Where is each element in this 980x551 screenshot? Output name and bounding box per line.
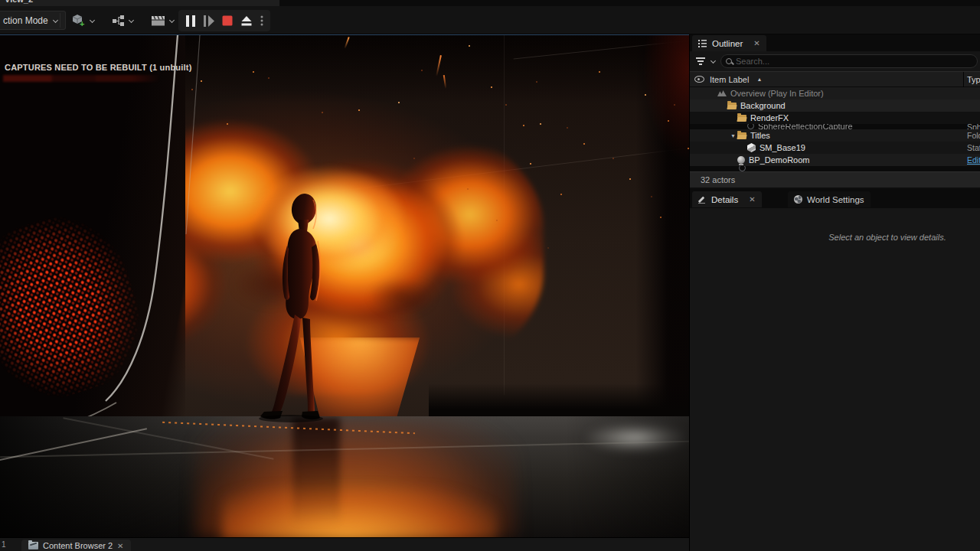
row-type: Sph	[967, 124, 980, 129]
faded-warning-text	[3, 75, 160, 82]
tab-world-settings[interactable]: World Settings	[788, 191, 871, 207]
character-silhouette	[249, 184, 352, 441]
visibility-eye-icon[interactable]	[694, 76, 704, 83]
outliner-row[interactable]: ▾TitlesFolder	[690, 129, 980, 142]
world-settings-tab-label: World Settings	[807, 195, 864, 204]
outliner-row[interactable]: RenderFX	[690, 112, 980, 124]
tab-content-browser[interactable]: Content Browser 2 ✕	[21, 540, 131, 551]
row-type-edit-link[interactable]: Edit	[967, 155, 980, 165]
details-tab-label: Details	[711, 195, 738, 204]
outliner-column-header[interactable]: Item Label ▲ Type	[690, 71, 980, 87]
explosion-smoke-crevice	[360, 272, 444, 321]
blueprint-icon	[737, 156, 745, 164]
details-tabbar: Details ✕ World Settings	[690, 189, 980, 208]
right-wall-red-glow	[643, 35, 689, 204]
blueprints-button[interactable]	[109, 13, 137, 28]
right-dock-panel: Outliner ✕ Item Label ▲ Type Overview (P…	[689, 34, 980, 551]
row-label: Background	[740, 101, 786, 110]
add-actor-button[interactable]: +	[67, 11, 98, 30]
outliner-footer: 32 actors	[690, 171, 980, 187]
column-item-label[interactable]: Item Label	[710, 75, 749, 84]
column-type[interactable]: Type	[967, 75, 980, 84]
level-icon	[717, 90, 727, 96]
unreal-editor-window: View_2 ction Mode +	[0, 0, 980, 551]
level-viewport[interactable]: CAPTURES NEED TO BE REBUILT (1 unbuilt)	[0, 34, 689, 537]
window-titlebar: View_2	[0, 0, 980, 6]
outliner-row[interactable]: Overview (Play In Editor)	[690, 87, 980, 99]
outliner-rows: Overview (Play In Editor)BackgroundRende…	[690, 87, 980, 171]
globe-icon	[794, 195, 802, 204]
expander-arrow-icon[interactable]: ▾	[729, 132, 737, 139]
actor-count-label: 32 actors	[701, 175, 735, 184]
bottom-left-indicator: 1	[2, 540, 6, 549]
row-type: StaticMesh	[967, 143, 980, 152]
column-divider[interactable]	[963, 72, 964, 88]
sort-ascending-icon[interactable]: ▲	[756, 77, 762, 82]
toolbar-divider	[60, 13, 60, 28]
row-label: SM_Base19	[760, 143, 805, 152]
close-icon[interactable]: ✕	[749, 195, 755, 204]
capture-icon	[747, 124, 754, 129]
clapperboard-icon	[151, 15, 166, 27]
outliner-row[interactable]: BP_DemoRoomEdit	[690, 154, 980, 166]
details-empty-message: Select an object to view details.	[786, 233, 980, 242]
chevron-down-icon	[53, 18, 59, 24]
rebuild-warning-text: CAPTURES NEED TO BE REBUILT (1 unbuilt)	[5, 63, 192, 72]
outliner-tab-label: Outliner	[712, 39, 743, 48]
actor-icon	[739, 166, 746, 171]
search-input[interactable]	[736, 57, 972, 66]
content-browser-folder-icon	[28, 542, 38, 549]
bottom-status-bar: 1 Content Browser 2 ✕	[0, 537, 689, 551]
pencil-icon	[698, 195, 707, 204]
viewport-tab-title[interactable]: View_2	[5, 0, 33, 4]
selection-mode-label: ction Mode	[3, 15, 48, 26]
outliner-tabbar: Outliner ✕	[690, 34, 980, 51]
details-panel-body: Select an object to view details.	[690, 208, 980, 551]
content-browser-tab-label: Content Browser 2	[43, 541, 113, 550]
outliner-row[interactable]: SphereReflectionCaptureSph	[690, 124, 980, 129]
main-toolbar: ction Mode +	[0, 6, 980, 34]
staticmesh-icon	[747, 143, 756, 152]
row-label: Overview (Play In Editor)	[730, 89, 824, 98]
outliner-icon	[698, 40, 707, 47]
titlebar-dark-area	[279, 0, 980, 6]
chevron-down-icon[interactable]	[710, 58, 716, 64]
chevron-down-icon	[128, 18, 134, 24]
add-actor-cube-icon: +	[70, 13, 87, 28]
row-label: BP_DemoRoom	[749, 155, 809, 165]
filter-icon[interactable]	[696, 57, 705, 65]
chevron-down-icon	[168, 18, 175, 24]
tab-details[interactable]: Details ✕	[692, 191, 762, 207]
close-icon[interactable]: ✕	[753, 39, 760, 47]
search-icon	[726, 58, 732, 64]
doorway-frame	[0, 35, 245, 464]
folder-icon	[737, 115, 746, 122]
row-label: RenderFX	[750, 113, 789, 122]
outliner-search-row	[690, 51, 980, 71]
outliner-row[interactable]: SM_Base19StaticMesh	[690, 142, 980, 154]
row-label: Titles	[750, 131, 770, 140]
pause-button[interactable]	[185, 15, 196, 27]
svg-text:+: +	[80, 19, 84, 28]
cinematics-button[interactable]	[148, 13, 178, 28]
outliner-search-box[interactable]	[720, 54, 978, 68]
close-icon[interactable]: ✕	[117, 542, 123, 550]
row-type: Folder	[967, 131, 980, 140]
outliner-row-partial[interactable]	[690, 166, 980, 171]
row-label: SphereReflectionCapture	[758, 124, 853, 129]
folder-icon	[737, 132, 746, 139]
eject-button[interactable]	[240, 16, 253, 26]
chevron-down-icon	[89, 18, 95, 24]
playback-controls	[178, 10, 270, 31]
blueprints-nodes-icon	[112, 15, 126, 27]
stop-button[interactable]	[222, 15, 233, 26]
frame-skip-button[interactable]	[204, 15, 215, 27]
tab-outliner[interactable]: Outliner ✕	[692, 35, 766, 51]
outliner-row[interactable]: Background	[690, 99, 980, 112]
selection-mode-dropdown[interactable]: ction Mode	[0, 11, 66, 30]
folder-icon	[727, 103, 737, 109]
more-options-button[interactable]	[260, 15, 263, 26]
